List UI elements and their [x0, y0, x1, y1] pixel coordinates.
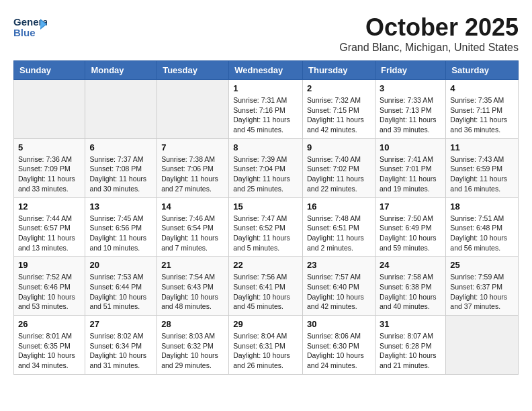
day-info: Sunrise: 8:01 AM Sunset: 6:35 PM Dayligh…	[18, 331, 81, 371]
calendar-cell	[157, 80, 229, 139]
weekday-header: Wednesday	[229, 61, 303, 80]
day-number: 27	[89, 319, 152, 329]
day-info: Sunrise: 7:56 AM Sunset: 6:41 PM Dayligh…	[233, 272, 298, 312]
day-info: Sunrise: 7:57 AM Sunset: 6:40 PM Dayligh…	[307, 272, 371, 312]
calendar-cell: 7Sunrise: 7:38 AM Sunset: 7:06 PM Daylig…	[157, 138, 229, 197]
day-number: 25	[450, 260, 514, 270]
day-number: 26	[18, 319, 81, 329]
logo-icon: General Blue	[13, 13, 47, 42]
day-number: 31	[380, 319, 441, 329]
calendar-cell: 26Sunrise: 8:01 AM Sunset: 6:35 PM Dayli…	[14, 316, 85, 375]
calendar-cell: 25Sunrise: 7:59 AM Sunset: 6:37 PM Dayli…	[446, 257, 519, 316]
day-info: Sunrise: 8:06 AM Sunset: 6:30 PM Dayligh…	[307, 331, 371, 371]
calendar-cell: 19Sunrise: 7:52 AM Sunset: 6:46 PM Dayli…	[14, 257, 85, 316]
calendar-cell: 4Sunrise: 7:35 AM Sunset: 7:11 PM Daylig…	[446, 80, 519, 139]
svg-text:Blue: Blue	[13, 27, 36, 38]
weekday-header: Friday	[375, 61, 445, 80]
calendar-cell: 27Sunrise: 8:02 AM Sunset: 6:34 PM Dayli…	[85, 316, 157, 375]
calendar-cell: 3Sunrise: 7:33 AM Sunset: 7:13 PM Daylig…	[375, 80, 445, 139]
weekday-header: Monday	[85, 61, 157, 80]
day-info: Sunrise: 7:39 AM Sunset: 7:04 PM Dayligh…	[233, 154, 298, 194]
day-info: Sunrise: 7:43 AM Sunset: 6:59 PM Dayligh…	[450, 154, 514, 194]
day-number: 22	[233, 260, 298, 270]
calendar-cell: 1Sunrise: 7:31 AM Sunset: 7:16 PM Daylig…	[229, 80, 303, 139]
day-number: 7	[161, 142, 224, 152]
day-info: Sunrise: 7:41 AM Sunset: 7:01 PM Dayligh…	[380, 154, 441, 194]
day-number: 3	[380, 83, 441, 93]
calendar-week-row: 26Sunrise: 8:01 AM Sunset: 6:35 PM Dayli…	[14, 316, 519, 375]
day-info: Sunrise: 7:40 AM Sunset: 7:02 PM Dayligh…	[307, 154, 371, 194]
day-number: 19	[18, 260, 81, 270]
calendar-cell: 11Sunrise: 7:43 AM Sunset: 6:59 PM Dayli…	[446, 138, 519, 197]
day-info: Sunrise: 7:46 AM Sunset: 6:54 PM Dayligh…	[161, 214, 224, 253]
calendar-week-row: 19Sunrise: 7:52 AM Sunset: 6:46 PM Dayli…	[14, 257, 519, 316]
weekday-header: Saturday	[446, 61, 519, 80]
calendar-cell: 31Sunrise: 8:07 AM Sunset: 6:28 PM Dayli…	[375, 316, 445, 375]
day-info: Sunrise: 7:59 AM Sunset: 6:37 PM Dayligh…	[450, 272, 514, 312]
calendar-cell	[85, 80, 157, 139]
calendar-cell: 16Sunrise: 7:48 AM Sunset: 6:51 PM Dayli…	[303, 197, 375, 257]
calendar-cell: 17Sunrise: 7:50 AM Sunset: 6:49 PM Dayli…	[375, 197, 445, 257]
calendar-week-row: 12Sunrise: 7:44 AM Sunset: 6:57 PM Dayli…	[14, 197, 519, 257]
day-number: 24	[380, 260, 441, 270]
weekday-header: Sunday	[14, 61, 85, 80]
day-info: Sunrise: 7:50 AM Sunset: 6:49 PM Dayligh…	[380, 214, 441, 253]
day-number: 30	[307, 319, 371, 329]
day-number: 21	[161, 260, 224, 270]
calendar-cell: 29Sunrise: 8:04 AM Sunset: 6:31 PM Dayli…	[229, 316, 303, 375]
day-info: Sunrise: 7:58 AM Sunset: 6:38 PM Dayligh…	[380, 272, 441, 312]
day-info: Sunrise: 7:37 AM Sunset: 7:08 PM Dayligh…	[89, 154, 152, 194]
page-header: General Blue October 2025 Grand Blanc, M…	[13, 13, 519, 54]
day-number: 12	[18, 201, 81, 212]
day-number: 17	[380, 201, 441, 212]
day-number: 13	[89, 201, 152, 212]
month-title: October 2025	[339, 13, 519, 42]
calendar-cell: 9Sunrise: 7:40 AM Sunset: 7:02 PM Daylig…	[303, 138, 375, 197]
day-number: 6	[89, 142, 152, 152]
day-number: 14	[161, 201, 224, 212]
day-number: 15	[233, 201, 298, 212]
logo: General Blue	[13, 13, 47, 44]
calendar-cell	[14, 80, 85, 139]
day-number: 9	[307, 142, 371, 152]
day-info: Sunrise: 8:04 AM Sunset: 6:31 PM Dayligh…	[233, 331, 298, 371]
calendar-cell: 12Sunrise: 7:44 AM Sunset: 6:57 PM Dayli…	[14, 197, 85, 257]
calendar-cell: 18Sunrise: 7:51 AM Sunset: 6:48 PM Dayli…	[446, 197, 519, 257]
day-number: 1	[233, 83, 298, 93]
calendar-cell: 15Sunrise: 7:47 AM Sunset: 6:52 PM Dayli…	[229, 197, 303, 257]
day-info: Sunrise: 7:53 AM Sunset: 6:44 PM Dayligh…	[89, 272, 152, 312]
calendar-week-row: 1Sunrise: 7:31 AM Sunset: 7:16 PM Daylig…	[14, 80, 519, 139]
day-info: Sunrise: 7:47 AM Sunset: 6:52 PM Dayligh…	[233, 214, 298, 253]
day-info: Sunrise: 8:02 AM Sunset: 6:34 PM Dayligh…	[89, 331, 152, 371]
day-info: Sunrise: 7:45 AM Sunset: 6:56 PM Dayligh…	[89, 214, 152, 253]
day-number: 20	[89, 260, 152, 270]
day-info: Sunrise: 7:31 AM Sunset: 7:16 PM Dayligh…	[233, 95, 298, 135]
day-number: 28	[161, 319, 224, 329]
calendar-cell: 30Sunrise: 8:06 AM Sunset: 6:30 PM Dayli…	[303, 316, 375, 375]
weekday-header: Thursday	[303, 61, 375, 80]
day-number: 8	[233, 142, 298, 152]
day-info: Sunrise: 7:33 AM Sunset: 7:13 PM Dayligh…	[380, 95, 441, 135]
day-info: Sunrise: 7:54 AM Sunset: 6:43 PM Dayligh…	[161, 272, 224, 312]
day-number: 10	[380, 142, 441, 152]
calendar-cell: 13Sunrise: 7:45 AM Sunset: 6:56 PM Dayli…	[85, 197, 157, 257]
calendar-cell: 23Sunrise: 7:57 AM Sunset: 6:40 PM Dayli…	[303, 257, 375, 316]
calendar-cell: 5Sunrise: 7:36 AM Sunset: 7:09 PM Daylig…	[14, 138, 85, 197]
day-info: Sunrise: 7:51 AM Sunset: 6:48 PM Dayligh…	[450, 214, 514, 253]
day-info: Sunrise: 7:36 AM Sunset: 7:09 PM Dayligh…	[18, 154, 81, 194]
day-info: Sunrise: 7:52 AM Sunset: 6:46 PM Dayligh…	[18, 272, 81, 312]
day-info: Sunrise: 7:44 AM Sunset: 6:57 PM Dayligh…	[18, 214, 81, 253]
calendar-cell: 22Sunrise: 7:56 AM Sunset: 6:41 PM Dayli…	[229, 257, 303, 316]
day-number: 5	[18, 142, 81, 152]
calendar-cell: 24Sunrise: 7:58 AM Sunset: 6:38 PM Dayli…	[375, 257, 445, 316]
day-number: 29	[233, 319, 298, 329]
day-info: Sunrise: 7:32 AM Sunset: 7:15 PM Dayligh…	[307, 95, 371, 135]
day-number: 11	[450, 142, 514, 152]
calendar-cell: 14Sunrise: 7:46 AM Sunset: 6:54 PM Dayli…	[157, 197, 229, 257]
calendar-cell: 8Sunrise: 7:39 AM Sunset: 7:04 PM Daylig…	[229, 138, 303, 197]
day-info: Sunrise: 7:35 AM Sunset: 7:11 PM Dayligh…	[450, 95, 514, 135]
calendar-table: SundayMondayTuesdayWednesdayThursdayFrid…	[13, 60, 519, 375]
calendar-cell: 21Sunrise: 7:54 AM Sunset: 6:43 PM Dayli…	[157, 257, 229, 316]
calendar-cell: 10Sunrise: 7:41 AM Sunset: 7:01 PM Dayli…	[375, 138, 445, 197]
weekday-header-row: SundayMondayTuesdayWednesdayThursdayFrid…	[14, 61, 519, 80]
